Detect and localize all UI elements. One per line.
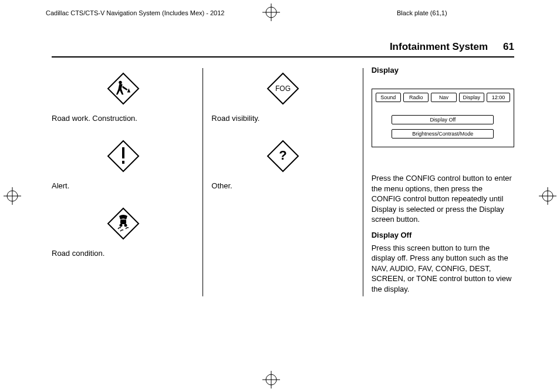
display-paragraph-1: Press the CONFIG control button to enter… xyxy=(372,173,514,225)
svg-text:FOG: FOG xyxy=(275,85,291,93)
screen-menu-area: Display Off Brightness/Contrast/Mode xyxy=(376,115,510,138)
road-visibility-block: FOG Road visibility. xyxy=(211,69,354,133)
columns: Road work. Construction. Alert. xyxy=(52,66,514,300)
column-1: Road work. Construction. Alert. xyxy=(52,66,203,272)
other-label: Other. xyxy=(211,181,232,190)
svg-point-21 xyxy=(124,224,127,227)
svg-text:?: ? xyxy=(279,148,286,163)
crop-mark-icon xyxy=(4,187,21,205)
print-meta-row: Cadillac CTS/CTS-V Navigation System (In… xyxy=(46,9,514,16)
plate-info: Black plate (61,1) xyxy=(397,9,514,16)
column-2: FOG Road visibility. ? Other. xyxy=(203,66,362,204)
screen-tab-row: Sound Radio Nav Display 12:00 xyxy=(376,93,510,102)
svg-point-13 xyxy=(119,81,122,84)
road-visibility-label: Road visibility. xyxy=(211,114,259,123)
column-3: Display Sound Radio Nav Display 12:00 Di… xyxy=(363,66,514,300)
crop-mark-icon xyxy=(539,187,556,205)
running-head: Infotainment System 61 xyxy=(52,41,514,58)
road-work-block: Road work. Construction. xyxy=(52,69,194,133)
alert-label: Alert. xyxy=(52,181,69,190)
screen-menu-brightness: Brightness/Contrast/Mode xyxy=(392,129,494,138)
svg-point-20 xyxy=(119,224,122,227)
svg-rect-19 xyxy=(120,219,126,224)
display-paragraph-2: Press this screen button to turn the dis… xyxy=(372,243,514,295)
screen-menu-display-off: Display Off xyxy=(392,115,494,124)
screen-tab-nav: Nav xyxy=(431,93,456,102)
section-title: Infotainment System xyxy=(390,41,488,53)
display-heading: Display xyxy=(372,66,514,75)
doc-title: Cadillac CTS/CTS-V Navigation System (In… xyxy=(46,9,224,16)
svg-rect-17 xyxy=(122,161,124,164)
screen-tab-sound: Sound xyxy=(376,93,401,102)
road-condition-block: Road condition. xyxy=(52,204,194,268)
display-screen-illustration: Sound Radio Nav Display 12:00 Display Of… xyxy=(372,89,514,147)
svg-rect-16 xyxy=(122,147,124,158)
svg-marker-14 xyxy=(127,88,130,92)
other-block: ? Other. xyxy=(211,137,354,201)
other-icon: ? xyxy=(266,137,300,175)
screen-tab-radio: Radio xyxy=(403,93,429,102)
content-sheet: Infotainment System 61 xyxy=(52,41,514,369)
screen-clock: 12:00 xyxy=(487,93,510,102)
display-off-subheading: Display Off xyxy=(372,231,514,239)
page-root: Cadillac CTS/CTS-V Navigation System (In… xyxy=(0,0,560,392)
road-condition-label: Road condition. xyxy=(52,249,104,258)
road-condition-icon xyxy=(106,204,140,243)
fog-icon: FOG xyxy=(266,69,300,108)
alert-block: Alert. xyxy=(52,137,194,201)
svg-marker-12 xyxy=(108,73,139,104)
road-work-icon xyxy=(106,69,140,108)
crop-mark-icon xyxy=(262,371,280,388)
alert-icon xyxy=(106,137,140,175)
road-work-label: Road work. Construction. xyxy=(52,114,137,123)
screen-tab-display: Display xyxy=(459,93,484,102)
page-number: 61 xyxy=(503,41,514,53)
